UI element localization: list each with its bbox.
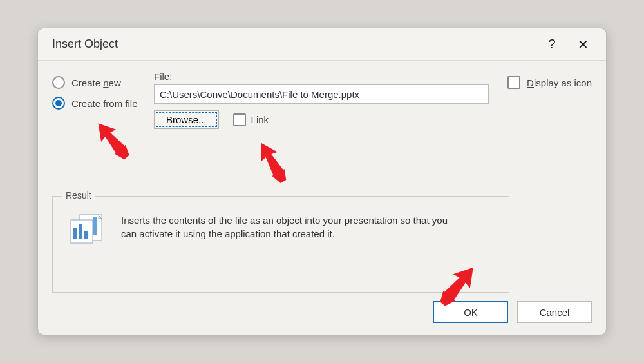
help-button[interactable]: ? — [536, 29, 567, 60]
result-icon — [68, 213, 107, 246]
svg-rect-5 — [73, 228, 77, 239]
radio-label: Create new — [71, 77, 121, 88]
create-mode-radios: Create new Create from file — [52, 76, 138, 110]
result-legend: Result — [62, 190, 95, 201]
radio-icon — [52, 97, 65, 110]
dialog-title: Insert Object — [52, 37, 536, 51]
ok-button[interactable]: OK — [433, 301, 508, 323]
svg-rect-6 — [79, 224, 82, 239]
svg-rect-3 — [93, 217, 97, 235]
file-path-input[interactable] — [154, 84, 489, 104]
browse-button[interactable]: Browse... — [154, 110, 219, 129]
dialog-footer: OK Cancel — [433, 301, 592, 323]
close-button[interactable]: ✕ — [567, 29, 598, 60]
file-area: File: Browse... Link — [154, 71, 495, 129]
checkbox-icon — [233, 113, 246, 126]
result-text: Inserts the contents of the file as an o… — [121, 213, 456, 240]
radio-label: Create from file — [71, 98, 138, 109]
display-as-icon-label: Display as icon — [527, 77, 592, 88]
insert-object-dialog: Insert Object ? ✕ Create new Create from… — [37, 28, 607, 335]
cancel-button[interactable]: Cancel — [517, 301, 592, 323]
dialog-body: Create new Create from file File: Browse… — [38, 61, 606, 335]
checkbox-icon — [507, 76, 520, 89]
result-group: Result — [52, 196, 509, 293]
titlebar: Insert Object ? ✕ — [38, 28, 606, 61]
file-label: File: — [154, 71, 495, 82]
display-as-icon-checkbox[interactable]: Display as icon — [507, 76, 592, 89]
browse-row: Browse... Link — [154, 110, 495, 129]
result-content: Inserts the contents of the file as an o… — [53, 197, 509, 253]
link-label: Link — [251, 114, 269, 125]
radio-icon — [52, 76, 65, 89]
link-checkbox[interactable]: Link — [233, 113, 269, 126]
svg-rect-7 — [84, 231, 88, 239]
radio-create-new[interactable]: Create new — [52, 76, 138, 89]
radio-create-from-file[interactable]: Create from file — [52, 97, 138, 110]
